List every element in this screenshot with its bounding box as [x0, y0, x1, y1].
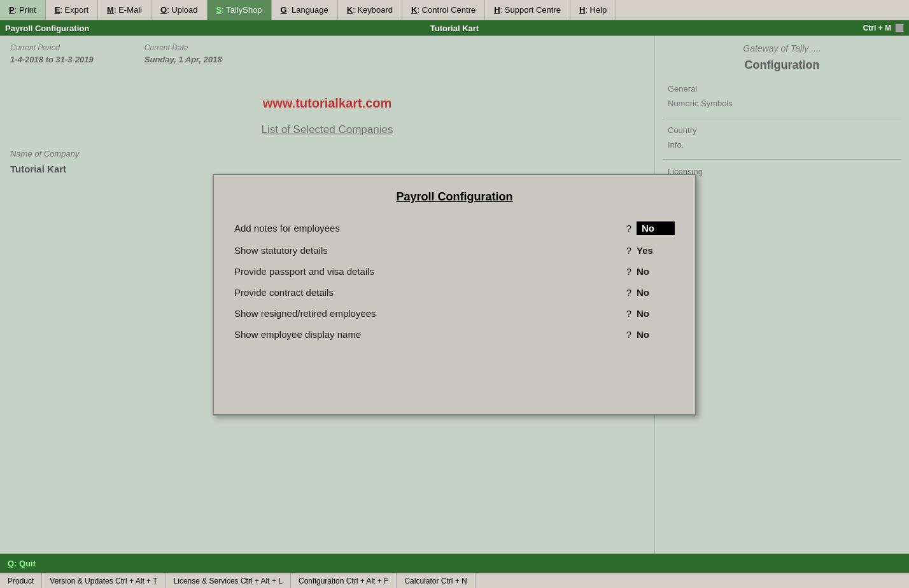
modal-label-2: Provide passport and visa details [234, 266, 626, 277]
menu-help-shortcut: H [579, 5, 585, 15]
menu-controlcentre[interactable]: K : Control Centre [402, 0, 485, 20]
quit-shortcut: Q [8, 559, 14, 568]
bottom-calculator[interactable]: Calculator Ctrl + N [397, 573, 475, 588]
menu-email-label: : E-Mail [114, 5, 142, 15]
bottom-configuration-label: Configuration Ctrl + Alt + F [299, 577, 388, 585]
modal-value-3[interactable]: No [637, 287, 675, 298]
menu-language[interactable]: G : Language [272, 0, 338, 20]
modal-value-2[interactable]: No [637, 266, 675, 277]
menu-keyboard-shortcut: K [347, 5, 353, 15]
bottom-version[interactable]: Version & Updates Ctrl + Alt + T [42, 573, 166, 588]
title-right: Ctrl + M [863, 24, 904, 32]
menu-upload[interactable]: O : Upload [152, 0, 208, 20]
status-bar: Q: Quit [0, 554, 909, 573]
modal-q-3: ? [626, 287, 631, 298]
menu-supportcentre-shortcut: H [494, 5, 500, 15]
modal-row-3: Provide contract details ? No [234, 287, 675, 298]
menu-help-label: : Help [585, 5, 607, 15]
modal-label-5: Show employee display name [234, 329, 626, 340]
bottom-product[interactable]: Product [0, 573, 42, 588]
modal-row-5: Show employee display name ? No [234, 329, 675, 340]
menu-language-label: : Language [287, 5, 328, 15]
window-button[interactable] [895, 24, 904, 32]
modal-title: Payroll Configuration [234, 190, 675, 204]
quit-button[interactable]: Q: Quit [8, 559, 36, 568]
modal-value-1[interactable]: Yes [637, 245, 675, 256]
modal-row-0: Add notes for employees ? No [234, 221, 675, 235]
modal-label-1: Show statutory details [234, 245, 626, 256]
menu-language-shortcut: G [281, 5, 287, 15]
modal-overlay: Payroll Configuration Add notes for empl… [0, 36, 909, 554]
bottom-configuration[interactable]: Configuration Ctrl + Alt + F [291, 573, 397, 588]
menu-export-shortcut: E [55, 5, 60, 15]
modal-dialog: Payroll Configuration Add notes for empl… [213, 174, 696, 416]
modal-row-4: Show resigned/retired employees ? No [234, 308, 675, 319]
menu-keyboard[interactable]: K : Keyboard [338, 0, 402, 20]
menu-supportcentre[interactable]: H : Support Centre [485, 0, 570, 20]
menu-bar: P : Print E : Export M : E-Mail O : Uplo… [0, 0, 909, 20]
bottom-bar: Product Version & Updates Ctrl + Alt + T… [0, 573, 909, 588]
bottom-license[interactable]: License & Services Ctrl + Alt + L [166, 573, 291, 588]
menu-upload-shortcut: O [160, 5, 167, 15]
modal-value-5[interactable]: No [637, 329, 675, 340]
modal-label-0: Add notes for employees [234, 223, 626, 234]
menu-print-shortcut: P [9, 5, 15, 15]
menu-controlcentre-label: : Control Centre [417, 5, 476, 15]
menu-supportcentre-label: : Support Centre [500, 5, 561, 15]
title-bar: Payroll Configuration Tutorial Kart Ctrl… [0, 20, 909, 36]
modal-value-4[interactable]: No [637, 308, 675, 319]
modal-q-2: ? [626, 266, 631, 277]
bottom-version-label: Version & Updates Ctrl + Alt + T [50, 577, 157, 585]
menu-email-shortcut: M [107, 5, 114, 15]
menu-export-label: : Export [60, 5, 88, 15]
menu-tallyshop[interactable]: S : TallyShop [208, 0, 272, 20]
modal-q-4: ? [626, 308, 631, 319]
modal-row-2: Provide passport and visa details ? No [234, 266, 675, 277]
menu-print-label: : Print [15, 5, 36, 15]
menu-keyboard-label: : Keyboard [353, 5, 393, 15]
menu-help[interactable]: H : Help [570, 0, 616, 20]
menu-export[interactable]: E : Export [46, 0, 98, 20]
menu-controlcentre-shortcut: K [411, 5, 417, 15]
modal-q-0: ? [626, 223, 631, 234]
title-center: Tutorial Kart [430, 24, 479, 33]
modal-q-1: ? [626, 245, 631, 256]
modal-row-1: Show statutory details ? Yes [234, 245, 675, 256]
main-area: Current Period 1-4-2018 to 31-3-2019 Cur… [0, 36, 909, 554]
menu-tallyshop-label: : TallyShop [222, 5, 262, 15]
menu-tallyshop-shortcut: S [216, 5, 222, 15]
bottom-product-label: Product [8, 577, 34, 585]
menu-print[interactable]: P : Print [0, 0, 46, 20]
quit-label: : Quit [14, 559, 36, 568]
title-left: Payroll Configuration [5, 24, 89, 33]
modal-value-0[interactable]: No [637, 221, 675, 235]
menu-upload-label: : Upload [167, 5, 197, 15]
modal-label-4: Show resigned/retired employees [234, 308, 626, 319]
modal-label-3: Provide contract details [234, 287, 626, 298]
ctrl-m-label: Ctrl + M [863, 24, 891, 32]
menu-email[interactable]: M : E-Mail [98, 0, 152, 20]
bottom-license-label: License & Services Ctrl + Alt + L [174, 577, 283, 585]
modal-q-5: ? [626, 329, 631, 340]
bottom-calculator-label: Calculator Ctrl + N [404, 577, 467, 585]
